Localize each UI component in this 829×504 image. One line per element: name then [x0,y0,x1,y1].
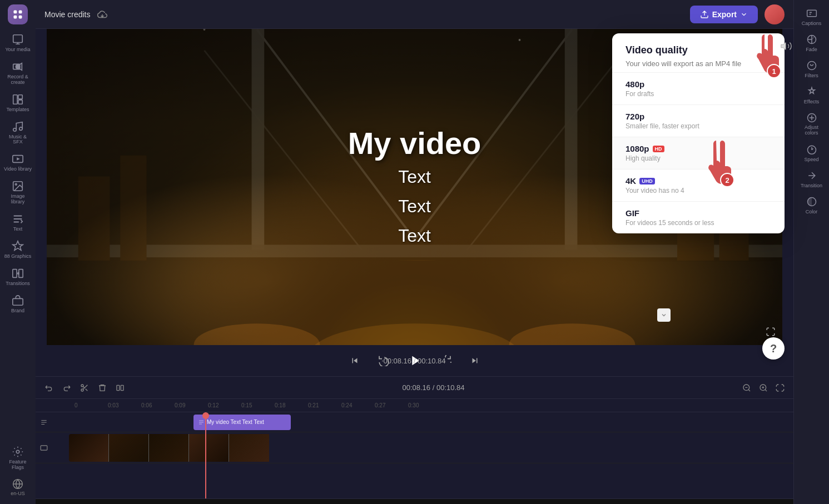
svg-rect-17 [13,298,23,305]
sidebar-item-record-create[interactable]: Record & create [2,57,34,89]
svg-rect-2 [14,16,17,19]
video-track [36,432,793,463]
right-item-transition[interactable]: Transition [796,167,828,192]
quality-option-480p[interactable]: 480p For drafts [612,72,785,104]
svg-rect-1 [19,11,22,14]
export-button[interactable]: Export [690,6,758,23]
cut-button[interactable] [78,381,91,395]
right-panel: Captions Fade Filters Effects Adjust col… [793,0,829,504]
svg-point-11 [19,127,23,130]
tracks-area: My video Text Text Text [36,412,793,498]
svg-rect-34 [252,29,265,250]
quality-dropdown: Video quality Your video will export as … [612,33,785,233]
timeline-ruler: 0 0:03 0:06 0:09 0:12 0:15 0:18 0:21 0:2… [36,399,793,412]
right-item-fade[interactable]: Fade [796,31,828,56]
svg-point-27 [519,39,521,41]
sidebar-item-text[interactable]: Text [2,209,34,236]
video-text-overlay: My video Text Text Text [348,126,481,248]
svg-rect-3 [19,16,22,19]
svg-point-18 [16,450,19,453]
svg-rect-4 [13,35,23,43]
sidebar-item-templates[interactable]: Templates [2,90,34,116]
left-sidebar: Your media Record & create Templates Mus… [0,0,36,504]
svg-rect-56 [807,10,816,17]
svg-rect-9 [18,100,22,104]
quality-option-720p[interactable]: 720p Smaller file, faster export [612,104,785,137]
redo-button[interactable] [60,381,73,395]
split-button[interactable] [113,381,127,395]
hd-badge: HD [653,146,664,152]
svg-rect-43 [78,177,110,261]
forward-5s-button[interactable]: 5 [437,352,455,370]
svg-rect-44 [120,156,146,261]
cloud-save-icon [97,8,108,21]
quality-header: Video quality Your video will export as … [612,33,785,72]
svg-text:5: 5 [381,360,383,362]
project-title: Movie credits [44,10,90,19]
svg-rect-15 [13,269,17,277]
user-avatar[interactable] [765,4,785,24]
svg-rect-51 [117,385,120,390]
video-sub-text-2: Text [348,194,481,219]
right-item-color[interactable]: Color [796,193,828,218]
video-main-title: My video [348,126,481,161]
video-track-clip[interactable] [69,434,291,462]
playhead [205,412,206,498]
play-button[interactable] [404,350,426,372]
undo-button[interactable] [42,381,56,395]
timeline-zoom-controls [740,381,787,395]
sidebar-item-feature-flags[interactable]: Feature Flags [2,442,34,474]
svg-point-60 [807,146,816,154]
svg-point-10 [13,128,17,131]
right-item-filters[interactable]: Filters [796,57,828,82]
svg-point-5 [16,64,19,68]
svg-rect-7 [13,94,17,104]
app-logo[interactable] [8,4,28,24]
skip-end-button[interactable] [466,352,484,370]
timeline-horizontal-scrollbar[interactable] [36,498,793,504]
sidebar-item-video-library[interactable]: Video library [2,149,34,176]
timeline-time-display: 00:08.16 / 00:10.84 [131,383,736,392]
right-item-speed[interactable]: Speed [796,141,828,166]
right-item-effects[interactable]: Effects [796,83,828,108]
sidebar-item-brand-kit[interactable]: Brand [2,291,34,317]
svg-rect-0 [14,11,17,14]
svg-point-49 [81,385,83,387]
svg-rect-52 [121,385,123,390]
playback-controls: 5 5 [36,345,793,376]
svg-point-50 [81,389,83,391]
sidebar-item-music-sfx[interactable]: Music & SFX [2,117,34,149]
svg-rect-8 [18,94,22,98]
fit-timeline-button[interactable] [773,381,787,395]
right-item-adjust-colors[interactable]: Adjust colors [796,109,828,139]
zoom-out-button[interactable] [740,381,753,395]
sidebar-item-image-library[interactable]: Image library [2,177,34,208]
sidebar-item-graphics[interactable]: 88 Graphics [2,237,34,263]
delete-button[interactable] [96,381,109,395]
sidebar-item-transitions[interactable]: Transitions [2,264,34,290]
uhd-badge: UHD [639,178,655,184]
playhead-marker [202,412,209,419]
zoom-in-button[interactable] [757,381,770,395]
timeline-section: 00:08.16 / 00:10.84 [36,376,793,504]
help-button[interactable]: ? [762,337,785,360]
quality-subtitle: Your video will export as an MP4 file [626,59,771,68]
skip-start-button[interactable] [346,352,364,370]
video-sub-text-1: Text [348,164,481,189]
right-item-captions[interactable]: Captions [796,4,828,29]
svg-rect-55 [41,445,47,450]
dropdown-collapse-button[interactable] [657,308,671,322]
quality-title: Video quality [626,44,771,56]
topbar: Movie credits Export [36,0,793,29]
quality-option-1080p[interactable]: 1080p HD High quality [612,137,785,169]
export-label: Export [712,10,737,19]
fullscreen-button[interactable] [766,327,776,338]
video-sub-text-3: Text [348,223,481,248]
svg-rect-35 [565,29,578,250]
sidebar-item-your-media[interactable]: Your media [2,30,34,56]
quality-option-gif[interactable]: GIF For videos 15 seconds or less [612,201,785,233]
quality-option-4k[interactable]: 4K UHD Your video has no 4 [612,169,785,201]
svg-text:5: 5 [444,360,445,362]
rewind-5s-button[interactable]: 5 [375,352,393,370]
language-selector[interactable]: en-US [8,475,27,500]
